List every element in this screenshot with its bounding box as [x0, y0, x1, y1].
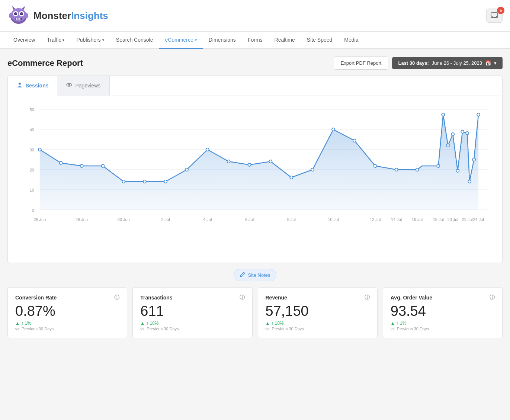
notification-badge: 5 [497, 7, 504, 14]
svg-point-50 [395, 168, 398, 171]
date-range: June 26 - July 25, 2023 [432, 60, 482, 66]
nav-item-site-speed[interactable]: Site Speed [301, 32, 339, 49]
info-icon-avg-order[interactable]: ⓘ [490, 294, 495, 301]
svg-point-19 [68, 84, 70, 86]
inbox-icon [491, 12, 498, 19]
svg-point-15 [25, 13, 28, 18]
svg-point-59 [468, 180, 471, 183]
svg-point-40 [185, 168, 188, 171]
svg-point-54 [446, 144, 449, 147]
info-icon-revenue[interactable]: ⓘ [365, 294, 370, 301]
date-range-button[interactable]: Last 30 days: June 26 - July 25, 2023 📅 … [392, 57, 503, 69]
svg-point-55 [451, 133, 454, 136]
svg-text:26 Jun: 26 Jun [33, 217, 46, 222]
pageviews-tab-label: Pageviews [75, 83, 100, 89]
nav-item-realtime[interactable]: Realtime [269, 32, 301, 49]
stats-grid: Conversion Rate ⓘ 0.87% ▲ ↑ 1% vs. Previ… [7, 287, 503, 338]
stat-label-conversion-rate: Conversion Rate ⓘ [15, 294, 119, 301]
svg-marker-8 [12, 6, 16, 10]
date-prefix: Last 30 days: [398, 60, 429, 66]
site-notes-button[interactable]: Site Notes [234, 269, 277, 281]
calendar-icon: 📅 [485, 60, 491, 66]
svg-marker-32 [40, 115, 478, 210]
export-pdf-button[interactable]: Export PDF Report [334, 57, 389, 70]
svg-text:10: 10 [30, 188, 34, 192]
nav-item-media[interactable]: Media [338, 32, 364, 49]
svg-point-37 [122, 180, 125, 183]
report-title: eCommerce Report [7, 58, 83, 68]
nav-item-ecommerce[interactable]: eCommerce▾ [159, 32, 202, 49]
svg-point-49 [374, 164, 377, 167]
stat-label-transactions: Transactions ⓘ [140, 294, 244, 301]
svg-text:18 Jul: 18 Jul [433, 217, 444, 222]
svg-text:22 Jul: 22 Jul [462, 217, 473, 222]
nav-item-search-console[interactable]: Search Console [110, 32, 159, 49]
svg-point-46 [311, 168, 314, 171]
svg-text:30: 30 [30, 148, 34, 152]
eye-icon [66, 82, 72, 89]
stat-vs-transactions: vs. Previous 30 Days [140, 327, 244, 331]
stat-value-avg-order: 93.54 [391, 303, 495, 319]
svg-point-56 [456, 169, 459, 172]
pencil-icon [240, 272, 245, 278]
chevron-down-icon: ▾ [62, 38, 64, 42]
svg-rect-11 [16, 18, 17, 20]
logo-area: MonsterInsights [7, 4, 108, 27]
up-arrow-icon-conversion: ▲ [15, 321, 20, 326]
svg-point-38 [143, 180, 146, 183]
notification-button[interactable]: 5 [486, 9, 503, 23]
chart-card: Sessions Pageviews [7, 76, 503, 263]
sessions-chart: 0 10 20 30 40 50 [14, 102, 496, 258]
stat-vs-avg-order: vs. Previous 30 Days [391, 327, 495, 331]
svg-point-36 [101, 164, 104, 167]
nav-item-publishers[interactable]: Publishers▾ [70, 32, 110, 49]
main-nav: Overview Traffic▾ Publishers▾ Search Con… [0, 32, 510, 49]
chart-tabs: Sessions Pageviews [8, 76, 502, 96]
svg-point-53 [442, 113, 445, 116]
nav-item-traffic[interactable]: Traffic▾ [41, 32, 70, 49]
svg-text:24 Jul: 24 Jul [473, 217, 484, 222]
main-content: eCommerce Report Export PDF Report Last … [0, 49, 510, 346]
svg-point-7 [22, 13, 23, 14]
up-arrow-icon-avg-order: ▲ [391, 321, 395, 326]
svg-point-47 [332, 128, 335, 131]
svg-rect-13 [19, 18, 20, 20]
tab-sessions[interactable]: Sessions [8, 76, 57, 96]
stat-label-avg-order: Avg. Order Value ⓘ [391, 294, 495, 301]
stat-vs-conversion-rate: vs. Previous 30 Days [15, 327, 119, 331]
chevron-down-icon: ▾ [494, 60, 497, 66]
svg-point-58 [466, 132, 469, 135]
svg-text:4 Jul: 4 Jul [203, 217, 212, 222]
svg-point-48 [353, 139, 356, 142]
svg-text:20: 20 [30, 168, 34, 172]
stat-change-transactions: ▲ ↑ 18% [140, 321, 244, 326]
logo-insights: Insights [71, 10, 108, 21]
stat-vs-revenue: vs. Previous 30 Days [266, 327, 370, 331]
svg-point-57 [461, 130, 464, 133]
nav-item-forms[interactable]: Forms [242, 32, 269, 49]
svg-rect-12 [17, 18, 19, 20]
info-icon-conversion[interactable]: ⓘ [114, 294, 119, 301]
nav-item-overview[interactable]: Overview [7, 32, 41, 49]
report-actions: Export PDF Report Last 30 days: June 26 … [334, 57, 503, 70]
svg-point-44 [269, 160, 272, 163]
svg-point-17 [19, 83, 21, 85]
svg-text:8 Jul: 8 Jul [287, 217, 296, 222]
svg-point-51 [416, 168, 419, 171]
svg-text:10 Jul: 10 Jul [328, 217, 339, 222]
svg-point-14 [9, 13, 13, 18]
svg-point-6 [16, 13, 17, 14]
person-icon [17, 82, 23, 89]
header: MonsterInsights 5 [0, 0, 510, 32]
stat-card-revenue: Revenue ⓘ 57,150 ▲ ↑ 18% vs. Previous 30… [258, 287, 378, 338]
nav-item-dimensions[interactable]: Dimensions [203, 32, 242, 49]
svg-text:40: 40 [30, 128, 34, 132]
info-icon-transactions[interactable]: ⓘ [240, 294, 245, 301]
svg-text:2 Jul: 2 Jul [161, 217, 170, 222]
svg-text:16 Jul: 16 Jul [412, 217, 423, 222]
stat-label-revenue: Revenue ⓘ [266, 294, 370, 301]
chart-area: 0 10 20 30 40 50 [8, 96, 502, 263]
svg-marker-9 [22, 6, 25, 10]
svg-point-61 [477, 113, 480, 116]
tab-pageviews[interactable]: Pageviews [57, 76, 110, 96]
